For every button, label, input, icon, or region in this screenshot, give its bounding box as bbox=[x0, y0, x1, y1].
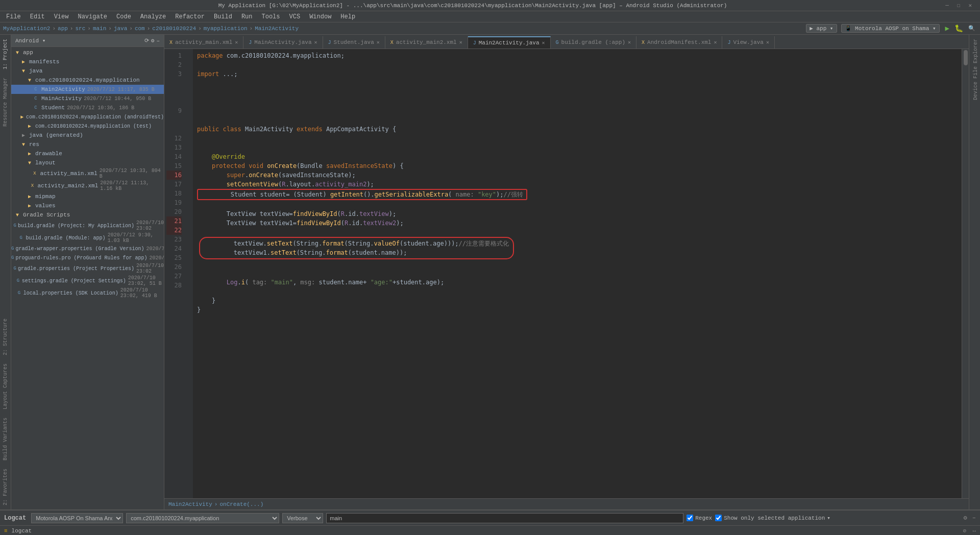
tab-student-java[interactable]: J Student.java ✕ bbox=[323, 36, 385, 48]
path-toolbar: MyApplication2 › app › src › main › java… bbox=[0, 22, 980, 35]
package-select[interactable]: com.c201801020224.myapplication bbox=[126, 513, 279, 523]
run-btn[interactable]: ▶ bbox=[945, 24, 949, 33]
menu-item-refactor[interactable]: Refactor bbox=[171, 12, 209, 21]
device-file-explorer-tab[interactable]: Device File Explorer bbox=[969, 35, 980, 104]
logcat-settings-icon[interactable]: ⚙ bbox=[964, 514, 967, 522]
tree-item-drawable[interactable]: ▶ drawable bbox=[11, 149, 164, 158]
project-tab[interactable]: 1: Project bbox=[1, 35, 10, 74]
tree-item-javagenerated[interactable]: ▶ java (generated) bbox=[11, 131, 164, 140]
tree-item-main2activity[interactable]: C Main2Activity 2020/7/12 11:17, 835 B bbox=[11, 85, 164, 94]
tree-item-build-gradle-proj[interactable]: G build.gradle (Project: My Application)… bbox=[11, 220, 164, 232]
logcat-panel-header: ≡ logcat ⊘ ↔ bbox=[0, 526, 980, 535]
show-only-selected-checkbox[interactable] bbox=[715, 515, 722, 521]
tree-item-settings-gradle[interactable]: G settings.gradle (Project Settings) 202… bbox=[11, 275, 164, 287]
close-panel-icon[interactable]: – bbox=[156, 38, 160, 44]
code-lines-21-22: textView.setText(String.format(String.va… bbox=[199, 237, 514, 259]
menu-item-window[interactable]: Window bbox=[305, 12, 335, 21]
tab-activity-main2-xml[interactable]: X activity_main2.xml ✕ bbox=[385, 36, 468, 48]
editor-area: X activity_main.xml ✕ J MainActivity.jav… bbox=[164, 35, 969, 509]
tree-item-app[interactable]: ▼ app bbox=[11, 48, 164, 57]
scrollbar-right[interactable] bbox=[962, 49, 969, 498]
tree-item-gradle-properties[interactable]: G gradle.properties (Project Properties)… bbox=[11, 262, 164, 275]
maximize-btn[interactable]: ☐ bbox=[953, 2, 965, 9]
tree-item-mainactivity[interactable]: C MainActivity 2020/7/12 10:44, 950 B bbox=[11, 94, 164, 103]
tab-main2activity-java[interactable]: J Main2Activity.java ✕ bbox=[468, 36, 551, 48]
structure-tab[interactable]: 2: Structure bbox=[1, 314, 10, 359]
search-icon[interactable]: 🔍 bbox=[968, 25, 975, 32]
tree-item-test[interactable]: ▶ com.c201801020224.myapplication (test) bbox=[11, 121, 164, 131]
project-tree: ▼ app ▶ manifests ▼ java ▼ com.c20180102… bbox=[11, 47, 164, 509]
menu-item-build[interactable]: Build bbox=[210, 12, 236, 21]
menu-item-analyze[interactable]: Analyze bbox=[136, 12, 170, 21]
menu-item-vcs[interactable]: VCS bbox=[285, 12, 305, 21]
tree-item-manifests[interactable]: ▶ manifests bbox=[11, 57, 164, 66]
show-only-dropdown[interactable]: ▾ bbox=[827, 515, 830, 521]
tree-item-pkg[interactable]: ▼ com.c201801020224.myapplication bbox=[11, 76, 164, 85]
path-main[interactable]: main bbox=[93, 26, 106, 32]
menu-item-code[interactable]: Code bbox=[112, 12, 135, 21]
tree-item-gradle-wrapper[interactable]: G gradle-wrapper.properties (Gradle Vers… bbox=[11, 244, 164, 253]
tab-mainactivity-java[interactable]: J MainActivity.java ✕ bbox=[243, 36, 323, 48]
path-src[interactable]: src bbox=[75, 26, 85, 32]
breadcrumb-method[interactable]: onCreate(...) bbox=[219, 501, 263, 507]
minimize-btn[interactable]: ─ bbox=[941, 3, 953, 9]
tree-item-androidtest[interactable]: ▶ com.c201801020224.myapplication (andro… bbox=[11, 112, 164, 121]
menu-item-tools[interactable]: Tools bbox=[258, 12, 284, 21]
android-dropdown[interactable]: Android ▾ bbox=[15, 37, 45, 44]
settings-icon[interactable]: ⚙ bbox=[151, 37, 155, 44]
menu-item-run[interactable]: Run bbox=[237, 12, 257, 21]
editor-tabs: X activity_main.xml ✕ J MainActivity.jav… bbox=[164, 35, 969, 49]
logcat-wrap-icon[interactable]: ↔ bbox=[972, 528, 976, 534]
code-line-25: Log.i( tag: "main", msg: student.name+ "… bbox=[197, 278, 958, 287]
regex-checkbox[interactable] bbox=[687, 515, 693, 521]
menu-item-navigate[interactable]: Navigate bbox=[74, 12, 111, 21]
layout-captures-tab[interactable]: Layout Captures bbox=[1, 359, 10, 414]
tree-item-mipmap[interactable]: ▶ mipmap bbox=[11, 192, 164, 201]
logcat-panel-title: logcat bbox=[12, 528, 32, 534]
logcat-close-icon[interactable]: – bbox=[972, 515, 976, 522]
tree-item-build-gradle-app[interactable]: G build.gradle (Module: app) 2020/7/12 9… bbox=[11, 232, 164, 244]
tab-activity-main-xml[interactable]: X activity_main.xml ✕ bbox=[164, 36, 243, 48]
path-java[interactable]: java bbox=[114, 26, 127, 32]
path-com[interactable]: com bbox=[135, 26, 145, 32]
tab-build-gradle-app[interactable]: G build.gradle (:app) ✕ bbox=[551, 36, 636, 48]
tree-item-res[interactable]: ▼ res bbox=[11, 140, 164, 149]
tree-item-activity-main2-xml[interactable]: X activity_main2.xml 2020/7/12 11:13, 1.… bbox=[11, 180, 164, 192]
tab-androidmanifest[interactable]: X AndroidManifest.xml ✕ bbox=[636, 36, 722, 48]
menu-item-help[interactable]: Help bbox=[336, 12, 359, 21]
path-myapp2[interactable]: MyApplication2 bbox=[3, 26, 50, 32]
menu-item-edit[interactable]: Edit bbox=[26, 12, 49, 21]
device-select[interactable]: Motorola AOSP On Shama Andr bbox=[31, 513, 123, 523]
code-editor[interactable]: 1 2 3 9 12 13 14 15 16 17 18 19 20 21 22… bbox=[164, 49, 969, 498]
sync-icon[interactable]: ⟳ bbox=[144, 37, 149, 44]
breadcrumb-class[interactable]: Main2Activity bbox=[168, 501, 212, 507]
tab-view-java[interactable]: J View.java ✕ bbox=[722, 36, 774, 48]
tree-item-proguard[interactable]: G proguard-rules.pro (ProGuard Rules for… bbox=[11, 253, 164, 262]
close-btn[interactable]: ✕ bbox=[964, 2, 976, 9]
build-variants-tab[interactable]: Build Variants bbox=[1, 414, 10, 465]
path-app[interactable]: app bbox=[58, 26, 68, 32]
code-line-12: @Override bbox=[197, 152, 958, 161]
favorites-tab[interactable]: 2: Favorites bbox=[1, 465, 10, 509]
path-pkg[interactable]: c201801020224 bbox=[152, 26, 196, 32]
gutter bbox=[184, 49, 193, 498]
menu-bar: File Edit View Navigate Code Analyze Ref… bbox=[0, 11, 980, 22]
code-content[interactable]: package com.c201801020224.myapplication;… bbox=[193, 49, 962, 498]
tree-item-java[interactable]: ▼ java bbox=[11, 66, 164, 76]
tree-item-values[interactable]: ▶ values bbox=[11, 201, 164, 210]
logcat-clear-icon[interactable]: ⊘ bbox=[963, 527, 967, 534]
menu-item-file[interactable]: File bbox=[2, 12, 25, 21]
tree-item-local-properties[interactable]: G local.properties (SDK Location) 2020/7… bbox=[11, 287, 164, 299]
debug-btn[interactable]: 🐛 bbox=[954, 24, 963, 33]
tree-item-activity-main-xml[interactable]: X activity_main.xml 2020/7/12 10:33, 804… bbox=[11, 167, 164, 180]
tree-item-student[interactable]: C Student 2020/7/12 10:36, 186 B bbox=[11, 103, 164, 112]
tree-item-layout[interactable]: ▼ layout bbox=[11, 158, 164, 167]
menu-item-view[interactable]: View bbox=[50, 12, 73, 21]
logcat-search-input[interactable] bbox=[326, 513, 683, 523]
resource-manager-tab[interactable]: Resource Manager bbox=[1, 74, 10, 131]
code-line-21: textView.setText(String.format(String.va… bbox=[204, 239, 509, 248]
tree-item-gradlescripts[interactable]: ▼ Gradle Scripts bbox=[11, 210, 164, 220]
path-myapplication[interactable]: myapplication bbox=[204, 26, 248, 32]
level-select[interactable]: Verbose Debug Info Warn Error bbox=[282, 513, 323, 523]
path-classname[interactable]: Main2Activity bbox=[255, 26, 299, 32]
